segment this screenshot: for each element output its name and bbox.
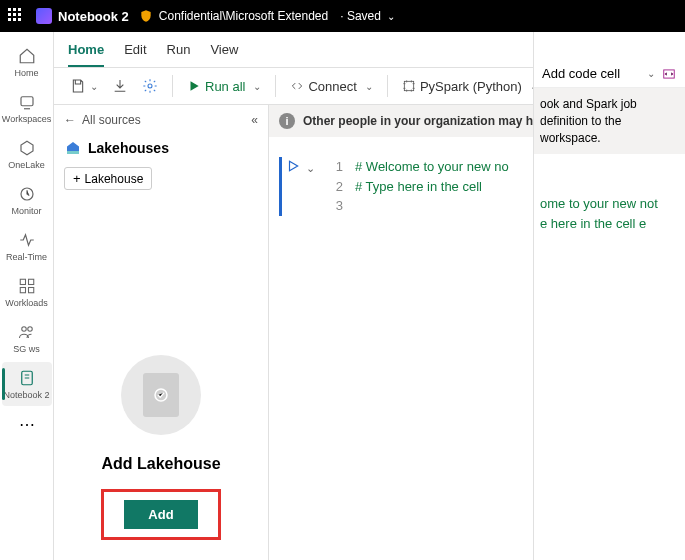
rail-label: Workloads [5,298,47,308]
lakehouse-icon [64,139,82,157]
monitor-icon [17,184,37,204]
plus-icon: + [73,171,81,186]
rail-label: Workspaces [2,114,51,124]
empty-state-title: Add Lakehouse [101,455,220,473]
onelake-icon [17,138,37,158]
overlay-code: ome to your new not e here in the cell e [534,154,685,233]
overlay-info: ook and Spark job definition to the work… [534,88,685,154]
svg-rect-3 [20,279,25,284]
add-cell-label: Add code cell [542,66,620,81]
nav-rail: Home Workspaces OneLake Monitor Real-Tim… [0,32,54,560]
rail-workspaces[interactable]: Workspaces [2,86,52,130]
tab-home[interactable]: Home [68,42,104,67]
line-number: 2 [325,177,343,197]
tab-run[interactable]: Run [167,42,191,67]
app-header: Notebook 2 Confidential\Microsoft Extend… [0,0,685,32]
overlay-panel: Add code cell ⌄ ook and Spark job defini… [533,32,685,560]
run-all-button[interactable]: Run all⌄ [181,75,267,98]
overlay-code-line: e here in the cell e [540,214,685,234]
app-launcher-icon[interactable] [8,8,24,24]
rail-home[interactable]: Home [2,40,52,84]
workloads-icon [17,276,37,296]
chip-label: Lakehouse [85,172,144,186]
notebook-icon [36,8,52,24]
info-icon: i [279,113,295,129]
connect-button[interactable]: Connect⌄ [284,75,378,98]
empty-state-icon [121,355,201,435]
svg-marker-1 [21,141,33,155]
rail-realtime[interactable]: Real-Time [2,224,52,268]
overlay-code-line: ome to your new not [540,194,685,214]
rail-sgws[interactable]: SG ws [2,316,52,360]
notebook-title[interactable]: Notebook 2 [58,9,129,24]
rail-label: OneLake [8,160,45,170]
code-line: # Type here in the cell [355,179,482,194]
confidentiality-label[interactable]: Confidential\Microsoft Extended [159,9,328,23]
tab-edit[interactable]: Edit [124,42,146,67]
chevron-down-icon: ⌄ [647,68,655,79]
svg-point-8 [27,327,32,332]
line-number: 1 [325,157,343,177]
home-icon [17,46,37,66]
save-button[interactable]: ⌄ [64,74,104,98]
back-arrow-icon[interactable]: ← [64,113,76,127]
svg-rect-5 [20,288,25,293]
settings-button[interactable] [136,74,164,98]
rail-label: SG ws [13,344,40,354]
rail-onelake[interactable]: OneLake [2,132,52,176]
run-all-label: Run all [205,79,245,94]
breadcrumb[interactable]: All sources [82,113,141,127]
kernel-button[interactable]: PySpark (Python)⌄ [396,75,544,98]
notebook-rail-icon [17,368,37,388]
download-button[interactable] [106,74,134,98]
realtime-icon [17,230,37,250]
svg-rect-0 [21,97,33,106]
rail-label: Notebook 2 [3,390,49,400]
save-status: · Saved [340,9,381,23]
svg-rect-11 [404,81,413,90]
rail-notebook2[interactable]: Notebook 2 [2,362,52,406]
shield-icon [139,9,153,23]
rail-label: Real-Time [6,252,47,262]
code-content[interactable]: 1# Welcome to your new no 2# Type here i… [325,157,509,216]
add-button[interactable]: Add [124,500,197,529]
svg-rect-4 [28,279,33,284]
line-number: 3 [325,196,343,216]
connect-label: Connect [308,79,356,94]
code-cell-icon [661,67,677,81]
more-icon: ⋯ [17,414,37,434]
add-button-highlight: Add [101,489,220,540]
svg-point-7 [21,327,26,332]
kernel-label: PySpark (Python) [420,79,522,94]
run-cell-icon[interactable] [286,159,300,177]
rail-label: Home [14,68,38,78]
explorer-panel: ← All sources « Lakehouses + Lakehouse [54,105,269,560]
svg-point-10 [148,84,152,88]
rail-monitor[interactable]: Monitor [2,178,52,222]
explorer-title: Lakehouses [88,140,169,156]
rail-workloads[interactable]: Workloads [2,270,52,314]
rail-label: Monitor [11,206,41,216]
code-line: # Welcome to your new no [355,159,509,174]
workspaces-icon [17,92,37,112]
svg-rect-6 [28,288,33,293]
rail-more[interactable]: ⋯ [2,408,52,440]
tab-view[interactable]: View [210,42,238,67]
chevron-down-icon[interactable]: ⌄ [387,11,395,22]
add-code-cell-button[interactable]: Add code cell ⌄ [534,60,685,88]
add-lakehouse-chip[interactable]: + Lakehouse [64,167,152,190]
people-icon [17,322,37,342]
cell-chevron-icon[interactable]: ⌄ [306,162,315,175]
collapse-icon[interactable]: « [251,113,258,127]
